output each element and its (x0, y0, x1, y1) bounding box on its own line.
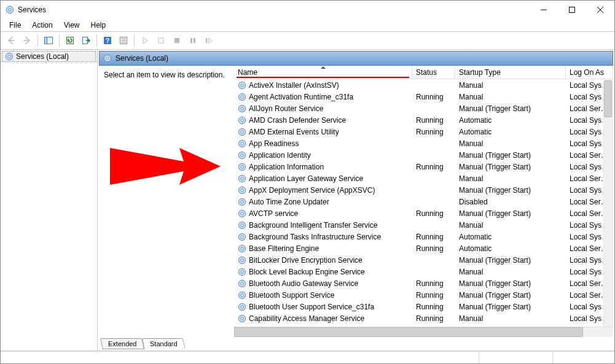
service-row[interactable]: Application Layer Gateway ServiceManualL… (234, 172, 613, 184)
titlebar: Services (1, 1, 614, 19)
view-tabs: Extended Standard (99, 337, 613, 349)
svg-rect-2 (570, 7, 575, 13)
cell-name: Base Filtering Engine (234, 244, 412, 253)
cell-startup-type: Automatic (455, 116, 566, 125)
cell-status: Running (412, 233, 455, 241)
window-title: Services (18, 6, 46, 14)
svg-text:?: ? (106, 37, 109, 44)
horizontal-scrollbar-thumb[interactable] (234, 327, 583, 337)
service-name: ActiveX Installer (AxInstSV) (249, 81, 339, 90)
vertical-scrollbar[interactable] (603, 79, 613, 327)
service-row[interactable]: AVCTP serviceRunningManual (Trigger Star… (234, 207, 613, 219)
minimize-button[interactable] (530, 1, 558, 19)
refresh-button[interactable] (63, 33, 77, 48)
toolbar-separator (59, 34, 60, 47)
column-header-status[interactable]: Status (412, 66, 455, 79)
column-header-name[interactable]: Name (234, 66, 412, 79)
service-row[interactable]: Bluetooth User Support Service_c31faRunn… (234, 301, 613, 312)
gear-icon (238, 198, 246, 206)
tab-standard[interactable]: Standard (143, 338, 186, 349)
horizontal-scrollbar[interactable] (234, 327, 613, 337)
cell-name: ActiveX Installer (AxInstSV) (234, 81, 412, 90)
service-row[interactable]: AllJoyn Router ServiceManual (Trigger St… (234, 103, 613, 114)
maximize-button[interactable] (558, 1, 586, 19)
svg-point-27 (241, 107, 243, 109)
help-button[interactable]: ? (100, 33, 115, 48)
export-list-button[interactable] (79, 33, 93, 48)
cell-name: Application Identity (234, 151, 412, 160)
cell-startup-type: Manual (455, 221, 566, 230)
service-row[interactable]: Block Level Backup Engine ServiceManualL… (234, 266, 613, 277)
service-row[interactable]: ActiveX Installer (AxInstSV)ManualLocal … (234, 79, 613, 91)
cell-name: AllJoyn Router Service (234, 104, 412, 113)
cell-startup-type: Manual (Trigger Start) (455, 163, 566, 171)
service-row[interactable]: AppX Deployment Service (AppXSVC)Manual … (234, 184, 613, 196)
menu-view[interactable]: View (59, 20, 85, 31)
service-row[interactable]: Capability Access Manager ServiceRunning… (234, 312, 613, 324)
cell-name: AVCTP service (234, 209, 412, 218)
stop-service-filled-button[interactable] (170, 33, 184, 48)
nav-back-button[interactable] (4, 33, 18, 48)
properties-button[interactable] (116, 33, 131, 48)
cell-name: Background Intelligent Transfer Service (234, 221, 412, 230)
cell-name: BitLocker Drive Encryption Service (234, 256, 412, 265)
cell-startup-type: Automatic (455, 244, 566, 253)
service-row[interactable]: App ReadinessManualLocal System (234, 137, 613, 149)
service-name: App Readiness (249, 139, 299, 148)
menu-help[interactable]: Help (86, 20, 111, 31)
tab-extended[interactable]: Extended (100, 338, 144, 349)
console-tree[interactable]: Services (Local) (1, 50, 98, 350)
gear-icon (238, 303, 246, 311)
service-name: Background Tasks Infrastructure Service (249, 233, 381, 241)
cell-status: Running (412, 279, 455, 288)
service-row[interactable]: AMD External Events UtilityRunningAutoma… (234, 126, 613, 137)
rows-container[interactable]: ActiveX Installer (AxInstSV)ManualLocal … (234, 79, 613, 327)
column-header-label: Startup Type (459, 68, 501, 77)
service-row[interactable]: Auto Time Zone UpdaterDisabledLocal Serv… (234, 196, 613, 207)
service-row[interactable]: Background Tasks Infrastructure ServiceR… (234, 231, 613, 242)
svg-point-19 (8, 55, 10, 58)
close-button[interactable] (586, 1, 614, 19)
service-row[interactable]: Bluetooth Audio Gateway ServiceRunningMa… (234, 277, 613, 289)
service-row[interactable]: Base Filtering EngineRunningAutomaticLoc… (234, 242, 613, 254)
column-header-label: Name (238, 68, 257, 77)
service-row[interactable]: AMD Crash Defender ServiceRunningAutomat… (234, 114, 613, 126)
cell-name: AMD External Events Utility (234, 128, 412, 136)
description-prompt: Select an item to view its description. (104, 71, 225, 79)
toolbar-separator (134, 34, 135, 47)
show-hide-tree-button[interactable] (41, 33, 56, 48)
cell-startup-type: Manual (Trigger Start) (455, 279, 566, 288)
cell-status: Running (412, 303, 455, 311)
column-header-startup-type[interactable]: Startup Type (455, 66, 566, 79)
service-row[interactable]: BitLocker Drive Encryption ServiceManual… (234, 254, 613, 266)
service-row[interactable]: Bluetooth Support ServiceRunningManual (… (234, 289, 613, 301)
svg-point-21 (106, 57, 109, 60)
service-row[interactable]: Application IdentityManual (Trigger Star… (234, 149, 613, 161)
restart-service-button[interactable] (202, 33, 216, 48)
service-name: BitLocker Drive Encryption Service (249, 256, 362, 265)
pause-service-button[interactable] (186, 33, 200, 48)
svg-point-41 (241, 188, 243, 191)
svg-rect-4 (45, 37, 47, 44)
cell-name: Bluetooth Audio Gateway Service (234, 279, 412, 288)
menu-file[interactable]: File (4, 20, 26, 31)
main-pane: Services (Local) Select an item to view … (98, 50, 614, 350)
service-row[interactable]: Application InformationRunningManual (Tr… (234, 161, 613, 172)
cell-startup-type: Manual (455, 93, 566, 101)
cell-startup-type: Disabled (455, 198, 566, 206)
window-controls (530, 1, 614, 19)
start-service-button[interactable] (138, 33, 152, 48)
tree-node-services-local[interactable]: Services (Local) (2, 51, 96, 62)
service-row[interactable]: Background Intelligent Transfer ServiceM… (234, 219, 613, 231)
menu-action[interactable]: Action (27, 20, 57, 31)
service-row[interactable]: Agent Activation Runtime_c31faRunningMan… (234, 91, 613, 103)
service-name: Application Identity (249, 151, 311, 160)
nav-forward-button[interactable] (20, 33, 34, 48)
stop-service-button[interactable] (154, 33, 168, 48)
vertical-scrollbar-thumb[interactable] (604, 80, 612, 117)
cell-status: Running (412, 128, 455, 136)
cell-status: Running (412, 163, 455, 171)
column-header-log-on-as[interactable]: Log On As (566, 66, 613, 79)
cell-status: Running (412, 116, 455, 125)
cell-name: App Readiness (234, 139, 412, 148)
